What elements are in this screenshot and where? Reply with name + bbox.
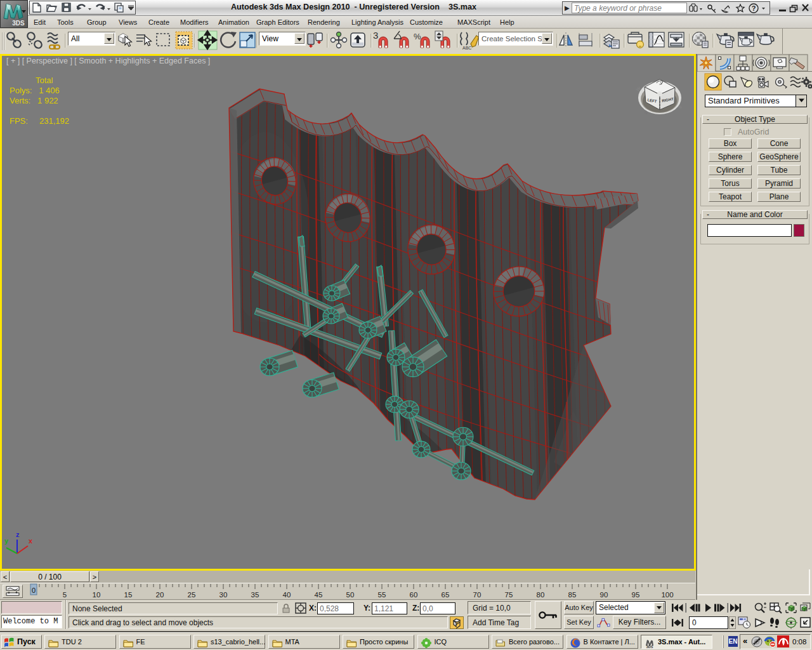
svg-text:10: 10 xyxy=(93,591,101,599)
svg-text:45: 45 xyxy=(315,591,323,599)
svg-text:?: ? xyxy=(752,4,756,12)
svg-text:35: 35 xyxy=(251,591,259,599)
svg-text:z: z xyxy=(16,531,20,538)
svg-text:65: 65 xyxy=(442,591,450,599)
svg-text:85: 85 xyxy=(568,591,577,599)
svg-text:90: 90 xyxy=(600,591,608,599)
svg-text:100: 100 xyxy=(661,591,673,599)
svg-text:3DS: 3DS xyxy=(12,20,25,27)
svg-text:0: 0 xyxy=(32,587,36,594)
svg-text:30: 30 xyxy=(219,591,228,599)
svg-text:15: 15 xyxy=(124,591,133,599)
svg-text:20: 20 xyxy=(156,591,164,599)
svg-text:60: 60 xyxy=(410,591,418,599)
svg-text:y: y xyxy=(4,537,9,545)
svg-text:40: 40 xyxy=(283,591,291,599)
svg-text:3DS: 3DS xyxy=(646,645,653,648)
svg-text:80: 80 xyxy=(537,591,545,599)
svg-text:S: S xyxy=(678,104,683,110)
svg-text:75: 75 xyxy=(505,591,513,599)
svg-text:70: 70 xyxy=(473,591,481,599)
svg-text:55: 55 xyxy=(378,591,386,599)
svg-text:ABC: ABC xyxy=(462,46,471,50)
svg-text:N: N xyxy=(643,110,648,116)
svg-text:%: % xyxy=(414,32,421,41)
svg-text:95: 95 xyxy=(632,591,640,599)
svg-text:3: 3 xyxy=(373,30,378,41)
svg-text:25: 25 xyxy=(188,591,196,599)
svg-text:5: 5 xyxy=(63,591,67,599)
svg-text:50: 50 xyxy=(346,591,355,599)
svg-text:x: x xyxy=(29,537,33,545)
